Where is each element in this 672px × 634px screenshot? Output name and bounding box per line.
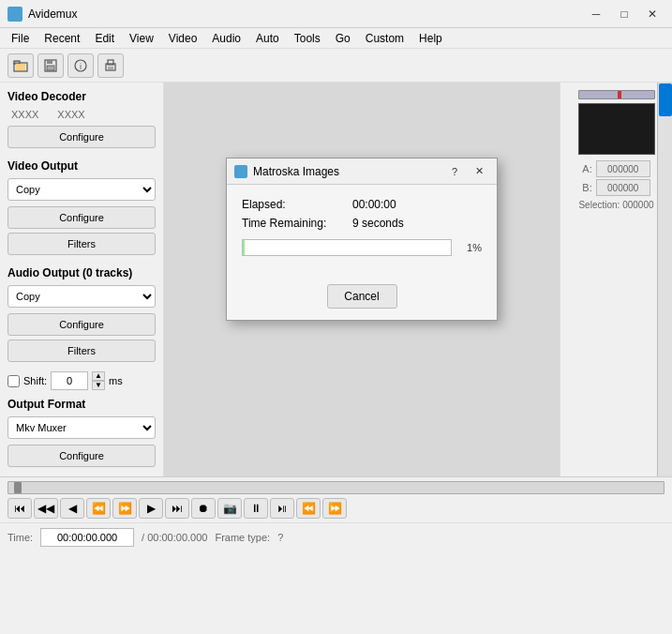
shift-input[interactable] [51, 371, 88, 390]
b-label: B: [582, 182, 591, 193]
timeline-scrubber[interactable] [7, 481, 665, 494]
progress-fill [243, 240, 245, 255]
menu-view[interactable]: View [122, 30, 161, 47]
shift-row: Shift: ▲ ▼ ms [7, 371, 156, 390]
back-button[interactable]: ◀ [60, 498, 84, 519]
menu-video[interactable]: Video [161, 30, 204, 47]
dialog-help-button[interactable]: ? [444, 163, 465, 180]
svg-rect-1 [14, 61, 20, 64]
output-format-configure-button[interactable]: Configure [7, 445, 156, 467]
playpause-button[interactable]: ⏯ [270, 498, 294, 519]
audio-output-title: Audio Output (0 tracks) [7, 266, 156, 279]
frame-type-label: Frame type: [215, 532, 270, 543]
save-button[interactable] [37, 53, 64, 78]
open-button[interactable] [7, 53, 34, 78]
ab-a-row: A: 000000 [582, 160, 650, 177]
menu-edit[interactable]: Edit [87, 30, 122, 47]
svg-text:i: i [80, 62, 82, 71]
video-output-configure-button[interactable]: Configure [7, 206, 156, 229]
status-bar: Time: / 00:00:00.000 Frame type: ? [0, 522, 672, 551]
progress-dialog: Matroska Images ? ✕ Elapsed: 00:00:00 Ti… [226, 158, 498, 321]
menu-auto[interactable]: Auto [248, 30, 287, 47]
center-area: Matroska Images ? ✕ Elapsed: 00:00:00 Ti… [164, 83, 560, 476]
menu-recent[interactable]: Recent [37, 30, 87, 47]
close-button[interactable]: ✕ [640, 5, 665, 23]
right-panel: A: 000000 B: 000000 Selection: 000000 [560, 83, 672, 476]
scroll-thumb[interactable] [659, 83, 672, 116]
dialog-footer: Cancel [227, 279, 497, 320]
video-decoder-title: Video Decoder [7, 90, 156, 103]
play-button[interactable]: ▶ [139, 498, 163, 519]
decoder-labels: XXXX XXXX [7, 109, 156, 120]
dialog-controls: ? ✕ [444, 163, 489, 180]
maximize-button[interactable]: □ [612, 5, 636, 23]
output-format-dropdown-row: Mkv Muxer [7, 416, 156, 439]
goto-end-button[interactable]: ⏭ [165, 498, 189, 519]
bottom-area: ⏮ ◀◀ ◀ ⏪ ⏩ ▶ ⏭ ⏺ 📷 ⏸ ⏯ ⏪ ⏩ Time: / 00:00… [0, 476, 672, 561]
elapsed-row: Elapsed: 00:00:00 [242, 198, 482, 211]
time-label: Time: [7, 532, 33, 543]
decoder-label-1: XXXX [11, 109, 38, 120]
app-title: Avidemux [28, 8, 77, 21]
svg-rect-5 [47, 66, 54, 70]
shift-label: Shift: [23, 375, 47, 386]
minimize-button[interactable]: ─ [584, 5, 608, 23]
shift-up-button[interactable]: ▲ [92, 371, 105, 381]
shift-spinner: ▲ ▼ [92, 371, 105, 390]
time-input[interactable] [40, 528, 134, 547]
remaining-value: 9 seconds [352, 217, 404, 230]
record-button[interactable]: ⏺ [191, 498, 216, 519]
app-icon [7, 7, 22, 22]
decoder-label-2: XXXX [57, 109, 84, 120]
menu-go[interactable]: Go [328, 30, 358, 47]
menu-tools[interactable]: Tools [287, 30, 328, 47]
svg-rect-2 [16, 64, 25, 70]
prev-frame-button[interactable]: ◀◀ [34, 498, 58, 519]
a-label: A: [582, 163, 591, 174]
dialog-icon [234, 165, 247, 178]
playback-controls: ⏮ ◀◀ ◀ ⏪ ⏩ ▶ ⏭ ⏺ 📷 ⏸ ⏯ ⏪ ⏩ [0, 494, 672, 522]
title-bar: Avidemux ─ □ ✕ [0, 0, 672, 28]
video-output-select[interactable]: Copy [7, 178, 156, 201]
svg-rect-10 [108, 67, 113, 69]
progress-container: 1% [242, 239, 482, 256]
shift-checkbox[interactable] [7, 375, 20, 387]
dialog-titlebar: Matroska Images ? ✕ [227, 158, 497, 185]
menu-audio[interactable]: Audio [204, 30, 248, 47]
dialog-close-button[interactable]: ✕ [469, 163, 489, 180]
menu-custom[interactable]: Custom [358, 30, 411, 47]
scroll-track[interactable] [657, 83, 672, 476]
mini-slider-container [578, 90, 655, 99]
mini-slider-track[interactable] [578, 90, 655, 99]
output-format-select[interactable]: Mkv Muxer [7, 416, 156, 439]
menu-help[interactable]: Help [411, 30, 450, 47]
video-output-filters-button[interactable]: Filters [7, 233, 156, 255]
audio-output-dropdown-row: Copy [7, 285, 156, 308]
toolbar: i [0, 49, 672, 83]
audio-output-select[interactable]: Copy [7, 285, 156, 308]
cancel-button[interactable]: Cancel [327, 284, 397, 309]
snapshot-button[interactable]: 📷 [217, 498, 242, 519]
goto-start-button[interactable]: ⏮ [7, 498, 32, 519]
window-controls: ─ □ ✕ [584, 5, 665, 23]
info-button[interactable]: i [67, 53, 94, 78]
ab-b-row: B: 000000 [582, 179, 650, 196]
preview-area [578, 103, 655, 155]
rewind-button[interactable]: ⏪ [86, 498, 111, 519]
remaining-row: Time Remaining: 9 seconds [242, 217, 482, 230]
audio-output-configure-button[interactable]: Configure [7, 313, 156, 336]
forward-button[interactable]: ⏩ [112, 498, 137, 519]
svg-rect-4 [47, 60, 52, 64]
step-fwd-button[interactable]: ⏩ [322, 498, 347, 519]
output-format-title: Output Format [7, 398, 156, 411]
print-button[interactable] [97, 53, 124, 78]
shift-down-button[interactable]: ▼ [92, 381, 105, 390]
a-value: 000000 [596, 160, 650, 177]
step-back-button[interactable]: ⏪ [296, 498, 321, 519]
audio-output-filters-button[interactable]: Filters [7, 340, 156, 362]
menu-file[interactable]: File [4, 30, 37, 47]
pause-button[interactable]: ⏸ [244, 498, 268, 519]
progress-bar [242, 239, 452, 256]
video-decoder-configure-button[interactable]: Configure [7, 126, 156, 148]
mini-slider-marker [618, 91, 621, 98]
